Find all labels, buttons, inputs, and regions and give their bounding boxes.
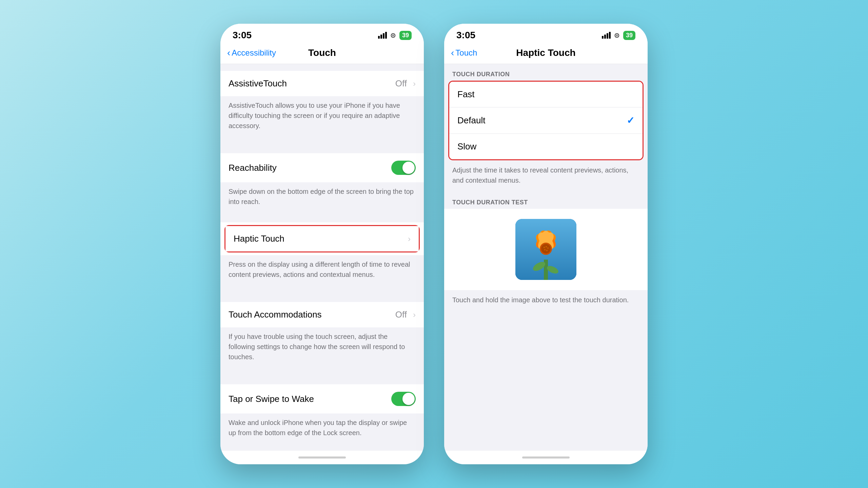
battery-left: 39 bbox=[399, 31, 412, 40]
toggle-knob-2 bbox=[402, 393, 415, 405]
status-icons-right: ⊜ 39 bbox=[602, 31, 635, 40]
touch-acc-group: Touch Accommodations Off › bbox=[220, 302, 424, 327]
home-bar-right bbox=[522, 456, 570, 459]
duration-options-wrapper: Fast Default ✓ Slow bbox=[444, 81, 648, 160]
bottom-spacer-right bbox=[444, 312, 648, 380]
svg-point-15 bbox=[544, 247, 545, 248]
slow-option[interactable]: Slow bbox=[449, 134, 643, 159]
default-label: Default bbox=[457, 115, 627, 126]
assistive-touch-desc: AssistiveTouch allows you to use your iP… bbox=[220, 96, 424, 136]
svg-point-16 bbox=[546, 246, 547, 247]
default-option[interactable]: Default ✓ bbox=[449, 107, 643, 134]
content-left[interactable]: AssistiveTouch Off › AssistiveTouch allo… bbox=[220, 64, 424, 451]
reachability-item[interactable]: Reachability bbox=[220, 153, 424, 182]
status-bar-left: 3:05 ⊜ 39 bbox=[220, 24, 424, 44]
page-title-right: Haptic Touch bbox=[516, 47, 575, 58]
spacer2 bbox=[220, 212, 424, 222]
home-indicator-right bbox=[444, 451, 648, 464]
signal-icon-right bbox=[602, 32, 611, 39]
chevron-icon: › bbox=[413, 79, 416, 88]
tap-wake-label: Tap or Swipe to Wake bbox=[229, 394, 314, 404]
back-arrow-icon-right: ‹ bbox=[451, 47, 454, 58]
touch-acc-label: Touch Accommodations bbox=[229, 309, 322, 320]
tap-wake-item[interactable]: Tap or Swipe to Wake bbox=[220, 384, 424, 413]
left-phone: 3:05 ⊜ 39 ‹ Accessibility Touch Assistiv… bbox=[220, 24, 424, 464]
haptic-touch-desc: Press on the display using a different l… bbox=[220, 255, 424, 285]
fast-label: Fast bbox=[457, 89, 634, 100]
duration-options: Fast Default ✓ Slow bbox=[449, 82, 643, 159]
tap-wake-toggle[interactable] bbox=[391, 392, 416, 406]
chevron-icon-2: › bbox=[408, 234, 411, 244]
duration-desc: Adjust the time it takes to reveal conte… bbox=[444, 160, 648, 192]
test-image[interactable] bbox=[515, 219, 576, 280]
signal-icon bbox=[378, 32, 387, 39]
test-image-container bbox=[444, 209, 648, 290]
toggle-knob bbox=[402, 162, 415, 174]
reachability-toggle[interactable] bbox=[391, 161, 416, 175]
tap-wake-desc: Wake and unlock iPhone when you tap the … bbox=[220, 413, 424, 443]
battery-right: 39 bbox=[623, 31, 635, 40]
wifi-icon: ⊜ bbox=[390, 31, 396, 39]
nav-bar-right: ‹ Touch Haptic Touch bbox=[444, 44, 648, 64]
duration-options-highlight: Fast Default ✓ Slow bbox=[448, 81, 644, 160]
assistive-touch-item[interactable]: AssistiveTouch Off › bbox=[220, 71, 424, 96]
content-right[interactable]: TOUCH DURATION Fast Default ✓ Slow bbox=[444, 64, 648, 451]
assistive-touch-value: Off bbox=[395, 78, 407, 89]
flower-svg bbox=[515, 219, 576, 280]
page-title-left: Touch bbox=[308, 47, 336, 58]
test-section-label: TOUCH DURATION TEST bbox=[444, 192, 648, 209]
touch-acc-value: Off bbox=[395, 309, 407, 320]
checkmark-icon: ✓ bbox=[627, 115, 634, 126]
spacer5 bbox=[220, 443, 424, 451]
svg-point-19 bbox=[546, 250, 548, 251]
fast-option[interactable]: Fast bbox=[449, 82, 643, 107]
slow-label: Slow bbox=[457, 141, 634, 152]
spacer3 bbox=[220, 285, 424, 295]
tap-wake-group: Tap or Swipe to Wake bbox=[220, 384, 424, 413]
assistive-touch-group: AssistiveTouch Off › bbox=[220, 71, 424, 96]
haptic-touch-wrapper: Haptic Touch › bbox=[220, 222, 424, 255]
test-desc: Touch and hold the image above to test t… bbox=[444, 290, 648, 312]
back-button-left[interactable]: ‹ Accessibility bbox=[227, 47, 276, 58]
chevron-icon-3: › bbox=[413, 310, 416, 320]
time-left: 3:05 bbox=[233, 30, 252, 41]
reachability-desc: Swipe down on the bottom edge of the scr… bbox=[220, 182, 424, 212]
haptic-touch-label: Haptic Touch bbox=[234, 233, 284, 244]
svg-point-14 bbox=[541, 244, 551, 253]
back-label-right: Touch bbox=[455, 48, 477, 58]
touch-duration-label: TOUCH DURATION bbox=[444, 64, 648, 81]
nav-bar-left: ‹ Accessibility Touch bbox=[220, 44, 424, 64]
status-bar-right: 3:05 ⊜ 39 bbox=[444, 24, 648, 44]
home-bar-left bbox=[298, 456, 346, 459]
back-button-right[interactable]: ‹ Touch bbox=[451, 47, 477, 58]
spacer bbox=[220, 136, 424, 146]
back-arrow-icon: ‹ bbox=[227, 47, 230, 58]
home-indicator-left bbox=[220, 451, 424, 464]
assistive-touch-label: AssistiveTouch bbox=[229, 78, 287, 88]
haptic-touch-highlight: Haptic Touch › bbox=[224, 225, 420, 252]
back-label-left: Accessibility bbox=[232, 48, 276, 58]
touch-acc-item[interactable]: Touch Accommodations Off › bbox=[220, 302, 424, 327]
reachability-group: Reachability bbox=[220, 153, 424, 182]
spacer4 bbox=[220, 367, 424, 378]
status-icons-left: ⊜ 39 bbox=[378, 31, 412, 40]
svg-point-18 bbox=[544, 249, 546, 250]
time-right: 3:05 bbox=[456, 30, 475, 41]
svg-point-17 bbox=[547, 247, 549, 249]
touch-acc-desc: If you have trouble using the touch scre… bbox=[220, 327, 424, 367]
reachability-label: Reachability bbox=[229, 163, 277, 173]
wifi-icon-right: ⊜ bbox=[614, 31, 620, 39]
haptic-touch-item[interactable]: Haptic Touch › bbox=[225, 226, 419, 251]
right-phone: 3:05 ⊜ 39 ‹ Touch Haptic Touch TOUCH DUR… bbox=[444, 24, 648, 464]
